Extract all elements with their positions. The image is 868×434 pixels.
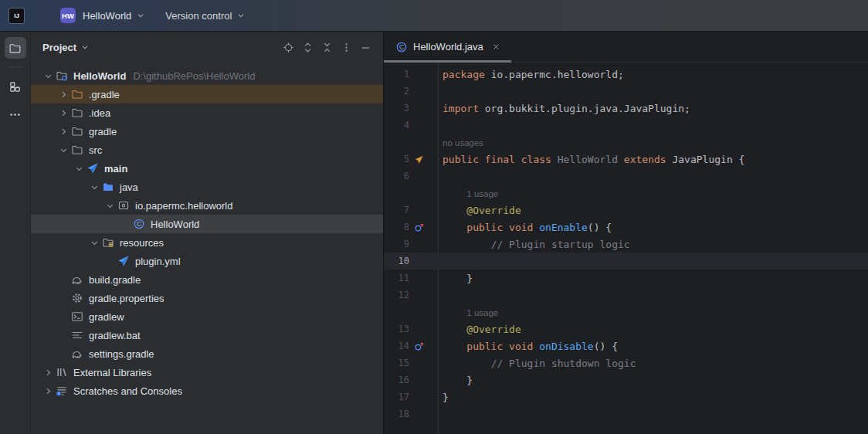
- tree-item-gradlew-bat[interactable]: gradlew.bat: [31, 326, 383, 344]
- editor-area: C HelloWorld.java 1package io.papermc.he…: [384, 32, 868, 434]
- gutter-slot: [411, 408, 426, 420]
- line-number[interactable]: 15: [384, 358, 409, 368]
- tree-item-gradlew[interactable]: gradlew: [31, 307, 383, 326]
- project-tool-button[interactable]: [5, 37, 26, 59]
- tree-item--idea[interactable]: .idea: [31, 103, 383, 122]
- code-line-4[interactable]: 4: [384, 117, 868, 134]
- tree-item-helloworld[interactable]: HelloWorldD:\githubRePos\HelloWorld: [31, 66, 383, 85]
- code-line-inlay[interactable]: 1 usage: [384, 303, 868, 320]
- chevron-right-icon[interactable]: [42, 385, 54, 397]
- expand-all-button[interactable]: [298, 38, 317, 56]
- line-number[interactable]: 17: [384, 392, 409, 402]
- line-number[interactable]: 5: [384, 154, 409, 164]
- tree-item-resources[interactable]: resources: [31, 233, 383, 252]
- project-badge[interactable]: HW: [60, 8, 76, 23]
- line-number[interactable]: 4: [384, 120, 409, 131]
- code-line-17[interactable]: 17}: [384, 388, 868, 405]
- line-number[interactable]: 18: [384, 409, 409, 419]
- overriding-method-icon[interactable]: [411, 221, 426, 233]
- tree-item--gradle[interactable]: .gradle: [31, 85, 383, 103]
- tree-item-plugin-yml[interactable]: plugin.yml: [31, 252, 383, 270]
- code-line-14[interactable]: 14 public void onDisable() {: [384, 337, 868, 354]
- tree-item-settings-gradle[interactable]: settings.gradle: [31, 344, 383, 363]
- tree-item-gradle[interactable]: gradle: [31, 122, 383, 141]
- code-line-10[interactable]: 10: [384, 253, 868, 270]
- gutter-slot: [411, 238, 426, 250]
- code-line-1[interactable]: 1package io.papermc.helloworld;: [384, 66, 868, 83]
- code-line-3[interactable]: 3import org.bukkit.plugin.java.JavaPlugi…: [384, 100, 868, 117]
- code-line-9[interactable]: 9 // Plugin startup logic: [384, 236, 868, 253]
- chevron-down-icon[interactable]: [42, 70, 54, 82]
- project-panel-title: Project: [42, 42, 76, 53]
- project-panel-title-dropdown[interactable]: Project: [42, 42, 90, 53]
- line-number[interactable]: 3: [384, 103, 409, 114]
- chevron-down-icon[interactable]: [88, 181, 100, 193]
- line-number[interactable]: 2: [384, 86, 409, 97]
- chevron-right-icon[interactable]: [42, 366, 54, 378]
- options-menu-button[interactable]: [337, 38, 356, 56]
- code-editor[interactable]: 1package io.papermc.helloworld;23import …: [384, 63, 868, 434]
- close-icon[interactable]: [491, 42, 501, 52]
- chevron-down-icon[interactable]: [103, 199, 116, 212]
- folder-icon: [71, 107, 83, 119]
- tree-item-gradle-properties[interactable]: gradle.properties: [31, 289, 383, 307]
- gutter-slot: [411, 255, 426, 267]
- code-line-13[interactable]: 13 @Override: [384, 320, 868, 337]
- line-number[interactable]: 13: [384, 324, 409, 334]
- line-number[interactable]: 16: [384, 375, 409, 385]
- chevron-right-icon[interactable]: [57, 88, 70, 100]
- line-number[interactable]: 6: [384, 171, 409, 181]
- code-line-18[interactable]: 18: [384, 405, 868, 422]
- tree-item-build-gradle[interactable]: build.gradle: [31, 270, 383, 289]
- line-number[interactable]: 10: [384, 256, 409, 266]
- gutter-slot: [411, 204, 426, 216]
- chevron-down-icon[interactable]: [88, 236, 100, 249]
- code-line-7[interactable]: 7 @Override: [384, 202, 868, 219]
- version-control-widget[interactable]: Version control: [165, 10, 246, 22]
- code-line-2[interactable]: 2: [384, 83, 868, 100]
- code-line-11[interactable]: 11 }: [384, 270, 868, 287]
- tree-item-scratches-and-consoles[interactable]: Scratches and Consoles: [31, 381, 383, 400]
- expand-icon: [302, 42, 314, 53]
- select-opened-file-button[interactable]: [279, 38, 298, 56]
- code-line-inlay[interactable]: no usages: [384, 134, 868, 151]
- code-line-8[interactable]: 8 public void onEnable() {: [384, 219, 868, 236]
- line-number[interactable]: 7: [384, 205, 409, 215]
- editor-tab-helloworld-java[interactable]: C HelloWorld.java: [384, 32, 511, 62]
- code-line-6[interactable]: 6: [384, 168, 868, 185]
- tree-item-label: src: [89, 144, 102, 156]
- line-number[interactable]: 11: [384, 273, 409, 283]
- hide-panel-button[interactable]: [356, 38, 375, 56]
- line-number[interactable]: 9: [384, 239, 409, 249]
- tree-item-external-libraries[interactable]: External Libraries: [31, 363, 383, 381]
- structure-tool-button[interactable]: [5, 76, 26, 97]
- plane-icon: [86, 162, 99, 175]
- line-number[interactable]: 12: [384, 290, 409, 300]
- line-number[interactable]: 8: [384, 222, 409, 232]
- chevron-right-icon[interactable]: [57, 125, 70, 137]
- collapse-all-button[interactable]: [317, 38, 337, 56]
- project-widget[interactable]: HelloWorld: [76, 10, 146, 22]
- scratch-icon: [56, 385, 68, 397]
- tree-item-io-papermc-helloworld[interactable]: io.papermc.helloworld: [31, 196, 383, 215]
- code-line-12[interactable]: 12: [384, 287, 868, 303]
- chevron-down-icon[interactable]: [73, 162, 85, 175]
- line-number[interactable]: 1: [384, 69, 409, 80]
- code-line-5[interactable]: 5public final class HelloWorld extends J…: [384, 151, 868, 168]
- plugin-marker-icon[interactable]: [411, 153, 426, 165]
- code-text: public void onEnable() {: [442, 222, 612, 233]
- code-line-16[interactable]: 16 }: [384, 371, 868, 388]
- line-number[interactable]: 14: [384, 341, 409, 351]
- overriding-method-icon[interactable]: [411, 340, 426, 352]
- tree-item-java[interactable]: java: [31, 178, 383, 196]
- tree-item-main[interactable]: main: [31, 159, 383, 178]
- tree-item-helloworld[interactable]: CHelloWorld: [31, 215, 383, 233]
- chevron-down-icon[interactable]: [57, 144, 70, 156]
- more-tool-windows-button[interactable]: [5, 103, 26, 125]
- tree-item-src[interactable]: src: [31, 141, 383, 159]
- gradle-icon: [71, 348, 83, 360]
- code-line-15[interactable]: 15 // Plugin shutdown logic: [384, 354, 868, 371]
- code-line-inlay[interactable]: 1 usage: [384, 185, 868, 202]
- chevron-right-icon[interactable]: [57, 107, 70, 119]
- gutter-slot: [411, 323, 426, 335]
